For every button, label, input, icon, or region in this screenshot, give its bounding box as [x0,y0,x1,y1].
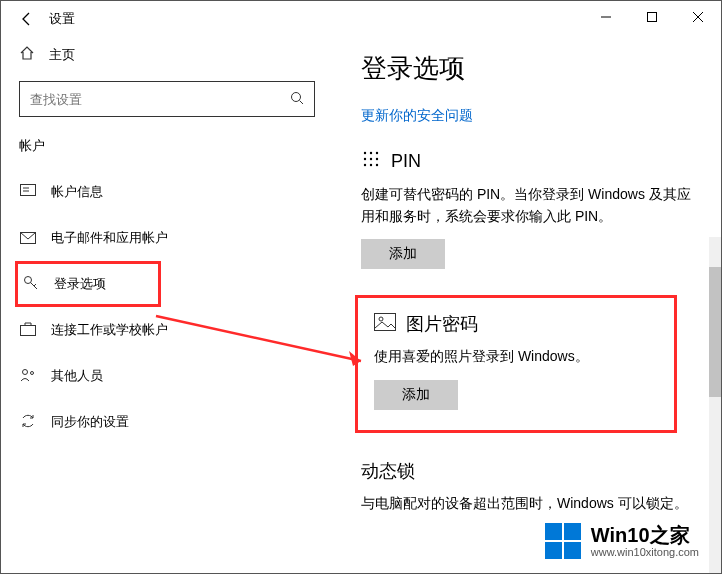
svg-point-18 [376,152,378,154]
svg-rect-1 [648,13,657,22]
sidebar-item-label: 连接工作或学校帐户 [51,321,168,339]
titlebar: 设置 [1,1,721,37]
svg-point-19 [364,158,366,160]
watermark-text: Win10之家 [591,524,699,546]
pin-title: PIN [391,151,421,172]
people-icon [19,368,37,385]
main-container: 主页 帐户 帐户信息 电子邮件和应用帐户 登录选项 [1,37,721,573]
svg-point-10 [25,276,32,283]
sidebar: 主页 帐户 帐户信息 电子邮件和应用帐户 登录选项 [1,37,333,573]
dynamic-title: 动态锁 [361,459,415,483]
sidebar-item-label: 登录选项 [54,275,106,293]
svg-point-22 [364,164,366,166]
window-title: 设置 [49,10,75,28]
watermark-url: www.win10xitong.com [591,546,699,558]
sidebar-item-sync[interactable]: 同步你的设置 [19,399,315,445]
watermark: Win10之家 www.win10xitong.com [539,519,705,563]
window-controls [583,1,721,33]
close-icon [693,12,703,22]
dynamic-desc: 与电脑配对的设备超出范围时，Windows 可以锁定。 [361,493,701,515]
home-label: 主页 [49,46,75,64]
svg-line-5 [300,100,304,104]
svg-point-23 [370,164,372,166]
maximize-icon [647,12,657,22]
svg-rect-13 [21,325,36,335]
sidebar-item-label: 帐户信息 [51,183,103,201]
briefcase-icon [19,322,37,339]
pin-add-button[interactable]: 添加 [361,239,445,269]
back-button[interactable] [13,5,41,33]
sidebar-item-account-info[interactable]: 帐户信息 [19,169,315,215]
svg-point-17 [370,152,372,154]
svg-rect-6 [21,184,36,195]
pin-desc: 创建可替代密码的 PIN。当你登录到 Windows 及其应用和服务时，系统会要… [361,184,701,227]
security-questions-link[interactable]: 更新你的安全问题 [361,107,473,125]
search-icon [290,91,304,108]
home-button[interactable]: 主页 [19,37,315,81]
sidebar-item-email[interactable]: 电子邮件和应用帐户 [19,215,315,261]
svg-point-20 [370,158,372,160]
maximize-button[interactable] [629,1,675,33]
svg-point-4 [292,92,301,101]
content-pane: 登录选项 更新你的安全问题 PIN 创建可替代密码的 PIN。当你登录到 Win… [333,37,721,573]
scrollbar[interactable] [709,237,721,574]
scrollbar-thumb[interactable] [709,267,721,397]
picture-desc: 使用喜爱的照片登录到 Windows。 [374,346,658,368]
pin-option: PIN 创建可替代密码的 PIN。当你登录到 Windows 及其应用和服务时，… [361,149,701,269]
minimize-icon [601,12,611,22]
search-input[interactable] [30,92,290,107]
section-label: 帐户 [19,137,315,155]
svg-rect-25 [375,313,396,330]
picture-icon [374,313,396,336]
svg-point-21 [376,158,378,160]
page-heading: 登录选项 [361,51,701,86]
sync-icon [19,413,37,432]
minimize-button[interactable] [583,1,629,33]
sidebar-item-other-people[interactable]: 其他人员 [19,353,315,399]
sidebar-item-label: 电子邮件和应用帐户 [51,229,168,247]
sidebar-item-label: 其他人员 [51,367,103,385]
windows-logo-icon [545,523,581,559]
search-box[interactable] [19,81,315,117]
svg-point-26 [379,317,383,321]
dynamic-lock-option: 动态锁 与电脑配对的设备超出范围时，Windows 可以锁定。 [361,459,701,515]
picture-add-button[interactable]: 添加 [374,380,458,410]
svg-point-16 [364,152,366,154]
key-icon [22,275,40,294]
arrow-left-icon [19,11,35,27]
home-icon [19,45,37,65]
picture-title: 图片密码 [406,312,478,336]
svg-point-14 [23,369,28,374]
sidebar-item-signin-options[interactable]: 登录选项 [15,261,161,307]
id-card-icon [19,184,37,201]
sidebar-item-label: 同步你的设置 [51,413,129,431]
svg-point-24 [376,164,378,166]
close-button[interactable] [675,1,721,33]
picture-password-option: 图片密码 使用喜爱的照片登录到 Windows。 添加 [355,295,677,433]
svg-line-12 [34,284,36,286]
mail-icon [19,230,37,247]
sidebar-nav: 帐户信息 电子邮件和应用帐户 登录选项 连接工作或学校帐户 其他人员 同步你的设… [19,169,315,445]
svg-point-15 [31,371,34,374]
pin-icon [361,149,381,174]
sidebar-item-work-school[interactable]: 连接工作或学校帐户 [19,307,315,353]
